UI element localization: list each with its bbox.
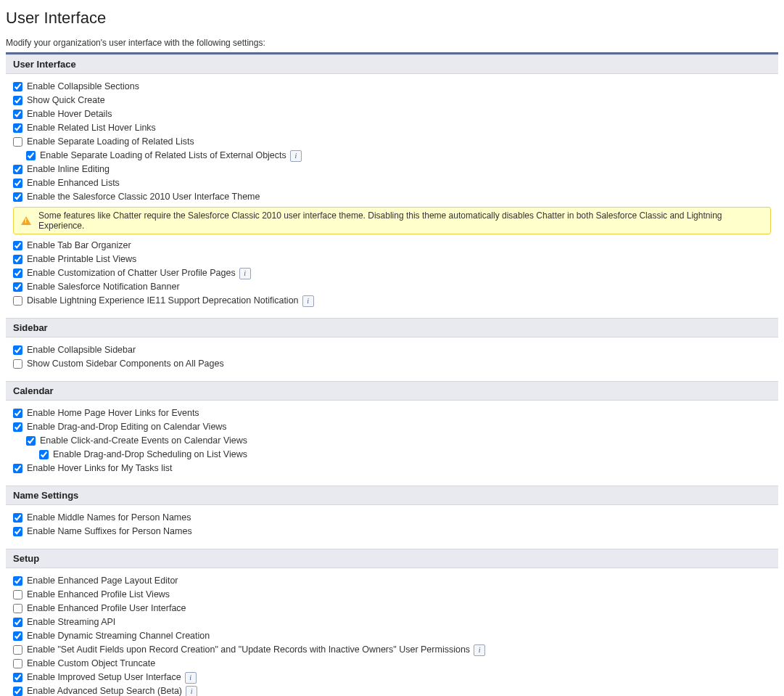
setting-row: Show Custom Sidebar Components on All Pa… (13, 357, 771, 371)
setting-checkbox[interactable] (26, 151, 36, 160)
setting-checkbox[interactable] (13, 631, 22, 641)
setting-checkbox[interactable] (13, 618, 22, 627)
setting-checkbox[interactable] (13, 409, 22, 418)
info-icon[interactable]: i (290, 150, 302, 162)
setting-checkbox[interactable] (13, 464, 22, 473)
setting-row: Enable Click-and-Create Events on Calend… (13, 434, 771, 448)
setting-checkbox[interactable] (13, 687, 22, 696)
info-icon[interactable]: i (239, 268, 251, 279)
setting-checkbox[interactable] (13, 192, 22, 202)
section-heading-sidebar: Sidebar (6, 318, 778, 337)
setting-label: Show Custom Sidebar Components on All Pa… (27, 357, 224, 371)
setting-row: Enable Separate Loading of Related Lists (13, 135, 771, 149)
setting-label: Disable Lightning Experience IE11 Suppor… (27, 294, 299, 308)
warning-banner: Some features like Chatter require the S… (13, 207, 771, 234)
setting-checkbox[interactable] (13, 659, 22, 668)
section-body-setup: Enable Enhanced Page Layout EditorEnable… (6, 568, 778, 696)
setting-label: Enable the Salesforce Classic 2010 User … (27, 190, 260, 204)
setting-label: Enable Drag-and-Drop Scheduling on List … (53, 448, 247, 462)
setting-label: Enable Enhanced Profile List Views (27, 588, 170, 602)
setting-label: Enable Hover Links for My Tasks list (27, 462, 173, 475)
setting-label: Enable Separate Loading of Related Lists (27, 135, 194, 149)
setting-checkbox[interactable] (13, 137, 22, 147)
setting-checkbox[interactable] (13, 513, 22, 523)
setting-checkbox[interactable] (13, 590, 22, 599)
info-icon[interactable]: i (474, 644, 485, 656)
setting-checkbox[interactable] (13, 422, 22, 432)
setting-row: Enable Home Page Hover Links for Events (13, 406, 771, 420)
setting-label: Enable Customization of Chatter User Pro… (27, 266, 236, 280)
section-heading-name: Name Settings (6, 486, 778, 505)
setting-checkbox[interactable] (13, 359, 22, 369)
section-body-sidebar: Enable Collapsible SidebarShow Custom Si… (6, 337, 778, 381)
setting-label: Enable Inline Editing (27, 163, 110, 176)
setting-checkbox[interactable] (13, 165, 22, 174)
setting-checkbox[interactable] (13, 110, 22, 119)
setting-row: Enable Inline Editing (13, 163, 771, 176)
setting-checkbox[interactable] (26, 436, 36, 446)
setting-row: Enable Hover Links for My Tasks list (13, 462, 771, 475)
setting-label: Enable Dynamic Streaming Channel Creatio… (27, 629, 210, 643)
info-icon[interactable]: i (186, 686, 197, 697)
section-heading-calendar: Calendar (6, 381, 778, 401)
setting-label: Enable Improved Setup User Interface (27, 671, 181, 684)
setting-checkbox[interactable] (39, 450, 49, 459)
setting-checkbox[interactable] (13, 255, 22, 264)
setting-row: Enable Printable List Views (13, 253, 771, 266)
setting-row: Enable Name Suffixes for Person Names (13, 525, 771, 539)
setting-checkbox[interactable] (13, 82, 22, 91)
setting-checkbox[interactable] (13, 179, 22, 188)
setting-row: Enable Enhanced Profile User Interface (13, 602, 771, 615)
setting-label: Enable "Set Audit Fields upon Record Cre… (27, 643, 470, 657)
setting-checkbox[interactable] (13, 527, 22, 536)
setting-label: Enable Click-and-Create Events on Calend… (40, 434, 247, 448)
setting-row: Enable Streaming API (13, 615, 771, 629)
setting-label: Enable Separate Loading of Related Lists… (40, 149, 286, 163)
setting-checkbox[interactable] (13, 282, 22, 292)
section-body-ui: Enable Collapsible SectionsShow Quick Cr… (6, 74, 778, 318)
setting-label: Enable Collapsible Sidebar (27, 343, 136, 357)
setting-row: Enable Drag-and-Drop Editing on Calendar… (13, 420, 771, 434)
setting-label: Enable Custom Object Truncate (27, 657, 155, 671)
setting-checkbox[interactable] (13, 296, 22, 306)
setting-checkbox[interactable] (13, 96, 22, 105)
warning-text: Some features like Chatter require the S… (38, 210, 764, 231)
setting-row: Enable Hover Details (13, 107, 771, 121)
setting-checkbox[interactable] (13, 645, 22, 655)
setting-row: Enable Improved Setup User Interfacei (13, 671, 771, 684)
setting-label: Enable Related List Hover Links (27, 121, 156, 135)
setting-checkbox[interactable] (13, 345, 22, 355)
setting-checkbox[interactable] (13, 576, 22, 586)
setting-row: Show Quick Create (13, 94, 771, 107)
setting-row: Enable Custom Object Truncate (13, 657, 771, 671)
page-intro: Modify your organization's user interfac… (6, 38, 778, 48)
setting-row: Enable Customization of Chatter User Pro… (13, 266, 771, 280)
info-icon[interactable]: i (185, 672, 197, 684)
setting-checkbox[interactable] (13, 241, 22, 250)
setting-row: Enable "Set Audit Fields upon Record Cre… (13, 643, 771, 657)
setting-row: Enable Salesforce Notification Banner (13, 280, 771, 294)
setting-label: Enable Hover Details (27, 107, 112, 121)
setting-row: Enable Drag-and-Drop Scheduling on List … (13, 448, 771, 462)
setting-row: Enable Tab Bar Organizer (13, 239, 771, 253)
setting-row: Enable Middle Names for Person Names (13, 511, 771, 525)
setting-row: Enable Enhanced Lists (13, 176, 771, 190)
setting-label: Enable Home Page Hover Links for Events (27, 406, 199, 420)
section-heading-setup: Setup (6, 549, 778, 568)
setting-checkbox[interactable] (13, 269, 22, 278)
setting-checkbox[interactable] (13, 673, 22, 682)
warning-icon (21, 216, 31, 225)
page-title: User Interface (6, 9, 778, 28)
setting-label: Show Quick Create (27, 94, 105, 107)
setting-label: Enable Streaming API (27, 615, 115, 629)
settings-panel: User Interface Enable Collapsible Sectio… (6, 52, 778, 696)
setting-checkbox[interactable] (13, 123, 22, 133)
setting-label: Enable Drag-and-Drop Editing on Calendar… (27, 420, 227, 434)
setting-checkbox[interactable] (13, 604, 22, 613)
setting-label: Enable Salesforce Notification Banner (27, 280, 180, 294)
info-icon[interactable]: i (302, 295, 314, 307)
setting-row: Enable Collapsible Sidebar (13, 343, 771, 357)
setting-row: Enable Enhanced Page Layout Editor (13, 574, 771, 588)
setting-label: Enable Collapsible Sections (27, 80, 139, 94)
setting-row: Enable Collapsible Sections (13, 80, 771, 94)
